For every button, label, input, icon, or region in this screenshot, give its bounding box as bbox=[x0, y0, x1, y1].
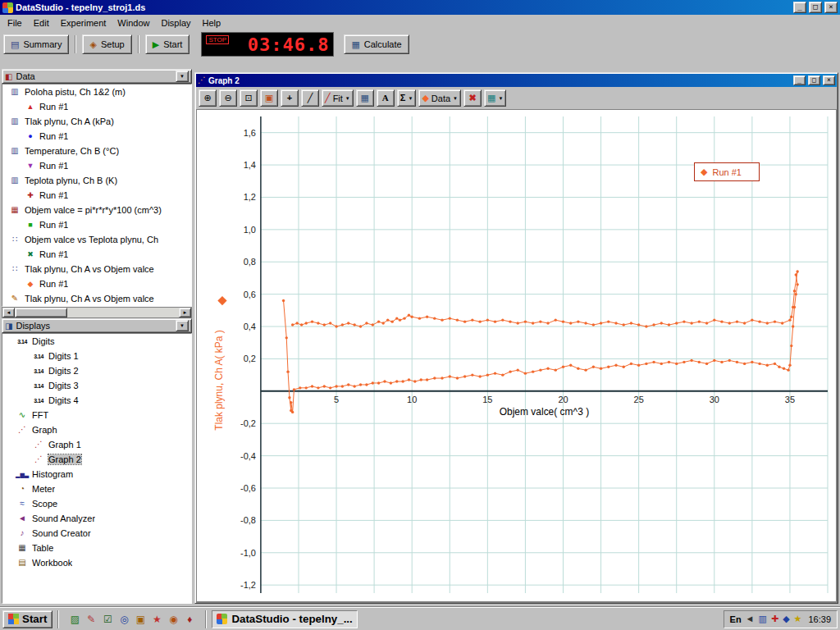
text-tool-button[interactable]: A bbox=[377, 89, 395, 107]
data-run-item[interactable]: ✚ Run #1 bbox=[2, 188, 191, 203]
calculator-button[interactable]: ▦ bbox=[356, 89, 374, 107]
data-item[interactable]: ▦ Objem valce = pi*r*r*y*100 (cm^3) bbox=[2, 203, 191, 217]
graph-window-titlebar[interactable]: ⋰ Graph 2 _ □ × bbox=[196, 74, 837, 87]
start-button[interactable]: ▶ Start bbox=[145, 34, 190, 54]
delete-button[interactable]: ✖ bbox=[463, 89, 482, 107]
run-label: Run #1 bbox=[39, 220, 68, 230]
displays-panel-header[interactable]: ◨ Displays ▼ bbox=[2, 318, 192, 333]
graph-canvas[interactable]: 51015202530351,61,41,21,00,80,60,40,2-0,… bbox=[197, 110, 836, 601]
display-item-digits[interactable]: 3.14 Digits bbox=[2, 334, 191, 349]
smart-tool-button[interactable]: + bbox=[281, 89, 299, 107]
function-icon: ▦ bbox=[8, 206, 21, 214]
chevron-down-icon: ▼ bbox=[498, 96, 503, 101]
minimize-button[interactable]: _ bbox=[793, 2, 806, 13]
language-indicator[interactable]: En bbox=[730, 614, 742, 624]
data-tree-hscrollbar[interactable]: ◄ ► bbox=[2, 307, 192, 318]
menu-edit[interactable]: Edit bbox=[28, 16, 55, 30]
close-button[interactable]: × bbox=[824, 2, 838, 13]
clock[interactable]: 16:39 bbox=[808, 614, 831, 624]
data-item[interactable]: ∷ Tlak plynu, Ch A vs Objem valce bbox=[2, 262, 191, 276]
data-item[interactable]: ▥ Teplota plynu, Ch B (K) bbox=[2, 173, 191, 188]
data-run-item[interactable]: ● Run #1 bbox=[2, 129, 191, 144]
display-item-digits-4[interactable]: 3.14 Digits 4 bbox=[2, 393, 191, 408]
display-item-graph-1[interactable]: ⋰ Graph 1 bbox=[2, 437, 191, 452]
menu-help[interactable]: Help bbox=[197, 16, 227, 30]
svg-text:0,4: 0,4 bbox=[244, 322, 256, 331]
display-item-graph[interactable]: ⋰ Graph bbox=[2, 422, 191, 437]
displays-panel-icon: ◨ bbox=[5, 322, 12, 331]
zoom-select-button[interactable]: ⊡ bbox=[240, 89, 258, 107]
fit-dropdown-button[interactable]: ╱ Fit ▼ bbox=[322, 89, 354, 107]
display-item-sound-creator[interactable]: ♪ Sound Creator bbox=[2, 526, 191, 541]
quick-launch-icon[interactable]: ☑ bbox=[100, 612, 115, 627]
graph-minimize-button[interactable]: _ bbox=[793, 75, 806, 85]
statistics-dropdown-button[interactable]: Σ ▼ bbox=[397, 89, 417, 107]
graph-close-button[interactable]: × bbox=[823, 75, 835, 85]
summary-label: Summary bbox=[23, 39, 62, 49]
scrollbar-thumb[interactable] bbox=[15, 308, 67, 317]
display-item-digits-3[interactable]: 3.14 Digits 3 bbox=[2, 378, 191, 393]
menu-file[interactable]: File bbox=[2, 16, 28, 30]
display-item-digits-2[interactable]: 3.14 Digits 2 bbox=[2, 363, 191, 378]
graph-maximize-button[interactable]: □ bbox=[808, 75, 820, 85]
quick-launch-icon[interactable]: ♦ bbox=[182, 612, 197, 627]
graph-settings-dropdown-button[interactable]: ▦ ▼ bbox=[484, 89, 506, 107]
scroll-right-button[interactable]: ► bbox=[179, 308, 191, 317]
display-item-meter[interactable]: ◔ Meter bbox=[2, 482, 191, 496]
quick-launch-icon[interactable]: ✎ bbox=[84, 612, 98, 627]
menu-display[interactable]: Display bbox=[155, 16, 196, 30]
data-panel-menu-button[interactable]: ▼ bbox=[176, 71, 189, 82]
tray-app-icon[interactable]: ★ bbox=[794, 614, 802, 623]
data-run-item[interactable]: ✖ Run #1 bbox=[2, 247, 191, 262]
quick-launch-icon[interactable]: ◎ bbox=[116, 612, 131, 627]
zoom-in-icon: ⊕ bbox=[203, 94, 211, 103]
data-panel-icon: ◧ bbox=[5, 72, 12, 81]
menu-window[interactable]: Window bbox=[112, 16, 155, 30]
displays-panel-menu-button[interactable]: ▼ bbox=[176, 320, 189, 331]
run-marker-icon: ✚ bbox=[25, 192, 36, 199]
display-item-graph-2[interactable]: ⋰ Graph 2 bbox=[2, 452, 191, 467]
antivirus-icon[interactable]: ✚ bbox=[771, 614, 778, 623]
speaker-icon[interactable]: ◄ bbox=[746, 614, 755, 623]
task-button-datastudio[interactable]: DataStudio - tepelny_... bbox=[212, 610, 358, 628]
display-item-digits-1[interactable]: 3.14 Digits 1 bbox=[2, 349, 191, 363]
scroll-left-button[interactable]: ◄ bbox=[2, 308, 15, 317]
slope-tool-button[interactable]: ╱ bbox=[301, 89, 319, 107]
data-tree: ▥ Poloha pistu, Ch 1&2 (m) ▲ Run #1 ▥ Tl… bbox=[2, 84, 192, 307]
data-item[interactable]: ▥ Poloha pistu, Ch 1&2 (m) bbox=[2, 84, 191, 99]
display-settings-icon[interactable]: ▥ bbox=[759, 614, 767, 623]
scope-icon: ≈ bbox=[16, 500, 29, 508]
display-item-scope[interactable]: ≈ Scope bbox=[2, 496, 191, 511]
data-dropdown-button[interactable]: ◆ Data ▼ bbox=[418, 89, 461, 107]
display-item-histogram[interactable]: ▂▆▃ Histogram bbox=[2, 467, 191, 482]
app-titlebar[interactable]: DataStudio - tepelny_stroj1.ds _ □ × bbox=[0, 0, 840, 15]
data-item[interactable]: ∷ Objem valce vs Teplota plynu, Ch bbox=[2, 232, 191, 247]
setup-button[interactable]: ◈ Setup bbox=[82, 34, 131, 54]
zoom-in-button[interactable]: ⊕ bbox=[199, 89, 217, 107]
quick-launch-icon[interactable]: ▣ bbox=[133, 612, 148, 627]
data-run-item[interactable]: ▲ Run #1 bbox=[2, 99, 191, 114]
calculate-button[interactable]: ▦ Calculate bbox=[344, 34, 409, 54]
display-item-sound-analyzer[interactable]: ◄ Sound Analyzer bbox=[2, 511, 191, 526]
data-run-item[interactable]: ◆ Run #1 bbox=[2, 276, 191, 291]
data-item[interactable]: ▥ Tlak plynu, Ch A (kPa) bbox=[2, 114, 191, 129]
quick-launch-icon[interactable]: ▨ bbox=[67, 612, 82, 627]
data-item[interactable]: ▥ Temperature, Ch B (°C) bbox=[2, 144, 191, 158]
scale-to-fit-button[interactable]: ▣ bbox=[260, 89, 278, 107]
maximize-button[interactable]: □ bbox=[809, 2, 822, 13]
quick-launch-icon[interactable]: ★ bbox=[149, 612, 164, 627]
display-item-fft[interactable]: ∿ FFT bbox=[2, 408, 191, 422]
menu-experiment[interactable]: Experiment bbox=[55, 16, 112, 30]
data-panel-header[interactable]: ◧ Data ▼ bbox=[2, 69, 192, 84]
data-item[interactable]: ✎ Tlak plynu, Ch A vs Objem valce bbox=[2, 291, 191, 306]
start-menu-button[interactable]: Start bbox=[2, 610, 52, 628]
summary-button[interactable]: ▤ Summary bbox=[3, 34, 69, 54]
data-run-item[interactable]: ▼ Run #1 bbox=[2, 158, 191, 173]
legend[interactable]: ◆ Run #1 bbox=[694, 162, 760, 181]
display-item-table[interactable]: ▦ Table bbox=[2, 541, 191, 555]
zoom-out-button[interactable]: ⊖ bbox=[219, 89, 237, 107]
quick-launch-icon[interactable]: ◉ bbox=[166, 612, 180, 627]
data-run-item[interactable]: ■ Run #1 bbox=[2, 217, 191, 232]
tray-app-icon[interactable]: ◆ bbox=[783, 614, 789, 623]
display-item-workbook[interactable]: ▤ Workbook bbox=[2, 555, 191, 570]
